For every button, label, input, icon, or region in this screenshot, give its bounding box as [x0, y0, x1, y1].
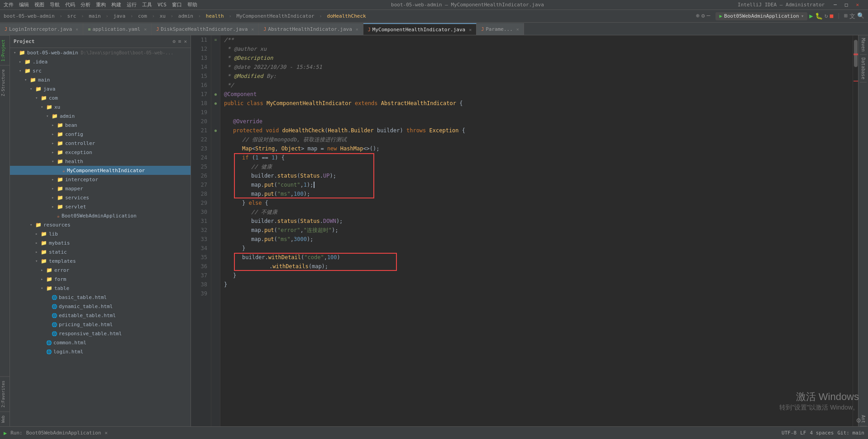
left-side-panel: 1:Project Z-Structure 2:Favorites Web — [0, 35, 10, 426]
panel-ant[interactable]: Ant — [860, 412, 867, 426]
folder-icon: 📁 — [57, 204, 63, 210]
tab-application-yaml[interactable]: ≡ application.yaml ✕ — [83, 23, 152, 35]
status-encoding[interactable]: UTF-8 — [782, 430, 796, 436]
tree-templates[interactable]: ▾ 📁 templates — [10, 256, 191, 265]
tab-bar: J LoginInterceptor.java ✕ ≡ application.… — [0, 23, 868, 35]
tab-my-health[interactable]: J MyComponentHealthIndicator.java ✕ — [363, 23, 477, 35]
tree-dynamic-table[interactable]: 🌐 dynamic_table.html — [10, 302, 191, 311]
tree-xu[interactable]: ▾ 📁 xu — [10, 102, 191, 111]
menu-help[interactable]: 帮助 — [187, 1, 197, 8]
right-scrollbar[interactable] — [853, 35, 858, 426]
tree-lib[interactable]: ▸ 📁 lib — [10, 229, 191, 238]
tree-bean[interactable]: ▸ 📁 bean — [10, 121, 191, 130]
panel-project[interactable]: 1:Project — [0, 35, 10, 65]
tree-src[interactable]: ▾ 📁 src — [10, 66, 191, 75]
run-button[interactable]: ▶ — [809, 12, 813, 20]
menu-tools[interactable]: 工具 — [142, 1, 152, 8]
tab-params[interactable]: J Parame... ✕ — [477, 23, 524, 35]
search-everywhere[interactable]: 🔍 — [857, 12, 864, 20]
menu-view[interactable]: 视图 — [34, 1, 44, 8]
debug-button[interactable]: 🐛 — [815, 12, 823, 20]
run-config-name[interactable]: Boot05WebAdminApplication — [724, 13, 799, 19]
tree-mapper[interactable]: ▸ 📁 mapper — [10, 184, 191, 193]
minus-icon[interactable]: ─ — [707, 12, 711, 20]
tree-icon-settings[interactable]: ⚙ — [172, 39, 176, 44]
window-maximize[interactable]: □ — [845, 2, 848, 8]
run-close[interactable]: ✕ — [105, 430, 108, 436]
status-line-sep[interactable]: LF — [800, 430, 806, 436]
tree-responsive-table[interactable]: 🌐 responsive_table.html — [10, 329, 191, 338]
java-file-icon: ☕ — [62, 168, 65, 173]
tree-interceptor[interactable]: ▸ 📁 interceptor — [10, 175, 191, 184]
tree-editable-table[interactable]: 🌐 editable_table.html — [10, 311, 191, 320]
code-line-20: @Override — [224, 117, 849, 126]
tree-config[interactable]: ▸ 📁 config — [10, 130, 191, 139]
tree-static[interactable]: ▸ 📁 static — [10, 247, 191, 256]
menu-code[interactable]: 代码 — [65, 1, 75, 8]
tree-basic-table[interactable]: 🌐 basic_table.html — [10, 293, 191, 302]
tab-login-interceptor[interactable]: J LoginInterceptor.java ✕ — [0, 23, 83, 35]
menu-build[interactable]: 构建 — [111, 1, 121, 8]
menu-bar[interactable]: 文件 编辑 视图 导航 代码 分析 重构 构建 运行 工具 VCS 窗口 帮助 … — [0, 0, 868, 10]
tree-main[interactable]: ▾ 📁 main — [10, 75, 191, 84]
windows-settings-button[interactable]: ⚙ — [856, 416, 861, 425]
folder-icon: 📁 — [46, 104, 52, 110]
menu-edit[interactable]: 编辑 — [19, 1, 29, 8]
menu-run[interactable]: 运行 — [127, 1, 137, 8]
run-status-icon: ▶ — [4, 430, 7, 436]
panel-web[interactable]: Web — [0, 411, 10, 426]
settings-icon[interactable]: ⚙ — [701, 12, 705, 20]
menu-refactor[interactable]: 重构 — [96, 1, 106, 8]
panel-maven[interactable]: Maven — [860, 35, 867, 55]
tree-com[interactable]: ▾ 📁 com — [10, 93, 191, 102]
menu-analyze[interactable]: 分析 — [81, 1, 91, 8]
tree-controller[interactable]: ▸ 📁 controller — [10, 139, 191, 148]
code-editor[interactable]: 11 12 13 14 15 16 17 18 19 20 21 22 23 2… — [191, 35, 858, 426]
status-indent[interactable]: 4 spaces — [810, 430, 834, 436]
menu-window[interactable]: 窗口 — [172, 1, 182, 8]
tree-table[interactable]: ▾ 📁 table — [10, 284, 191, 293]
tree-idea[interactable]: ▸ 📁 .idea — [10, 57, 191, 66]
layout-button[interactable]: ⊞ — [844, 12, 848, 20]
menu-vcs[interactable]: VCS — [157, 2, 167, 8]
menu-file[interactable]: 文件 — [4, 1, 14, 8]
sync-icon[interactable]: ⊕ — [696, 12, 700, 20]
tree-admin[interactable]: ▾ 📁 admin — [10, 111, 191, 121]
tree-exception[interactable]: ▸ 📁 exception — [10, 148, 191, 157]
tree-mycomponent[interactable]: ☕ MyComponentHealthIndicator — [10, 166, 191, 175]
tree-form[interactable]: ▸ 📁 form — [10, 275, 191, 284]
refresh-button[interactable]: ↻ — [825, 12, 828, 20]
status-git[interactable]: Git: main — [837, 430, 864, 436]
tree-servlet[interactable]: ▸ 📁 servlet — [10, 202, 191, 211]
tree-icon-close[interactable]: ✕ — [184, 39, 187, 44]
window-close[interactable]: ✕ — [856, 2, 859, 8]
tree-boot-app[interactable]: ☕ Boot05WebAdminApplication — [10, 211, 191, 220]
tab-disk-health[interactable]: J DiskSpaceHealthIndicator.java ✕ — [152, 23, 259, 35]
tree-services[interactable]: ▸ 📁 services — [10, 193, 191, 202]
tree-mybatis[interactable]: ▸ 📁 mybatis — [10, 238, 191, 247]
translate-button[interactable]: 文 — [849, 12, 855, 20]
stop-button[interactable]: ■ — [830, 12, 834, 20]
window-minimize[interactable]: ─ — [834, 2, 837, 8]
panel-database[interactable]: Database — [860, 55, 867, 82]
tree-login-html[interactable]: 🌐 login.html — [10, 347, 191, 356]
panel-structure[interactable]: Z-Structure — [0, 65, 10, 100]
tree-health[interactable]: ▾ 📁 health — [10, 157, 191, 166]
folder-icon: 📁 — [57, 195, 63, 201]
tree-common-html[interactable]: 🌐 common.html — [10, 338, 191, 347]
app-name: IntelliJ IDEA – Administrator — [738, 2, 825, 8]
panel-favorites[interactable]: 2:Favorites — [0, 376, 10, 411]
tree-pricing-table[interactable]: 🌐 pricing_table.html — [10, 320, 191, 329]
tab-abstract-health[interactable]: J AbstractHealthIndicator.java ✕ — [259, 23, 363, 35]
tree-resources[interactable]: ▾ 📁 resources — [10, 220, 191, 229]
code-line-28: map.put("ms",100); — [224, 189, 849, 198]
tree-root[interactable]: ▾ 📁 boot-05-web-admin D:\Java\springBoot… — [10, 48, 191, 57]
tree-error[interactable]: ▸ 📁 error — [10, 265, 191, 275]
html-icon: 🌐 — [52, 322, 57, 327]
menu-navigate[interactable]: 导航 — [50, 1, 60, 8]
code-line-39 — [224, 289, 849, 298]
folder-icon: 📁 — [41, 249, 47, 255]
tree-icon-arrange[interactable]: ≡ — [178, 39, 181, 44]
run-config-arrow[interactable]: ▾ — [801, 13, 804, 19]
tree-java[interactable]: ▾ 📁 java — [10, 84, 191, 93]
